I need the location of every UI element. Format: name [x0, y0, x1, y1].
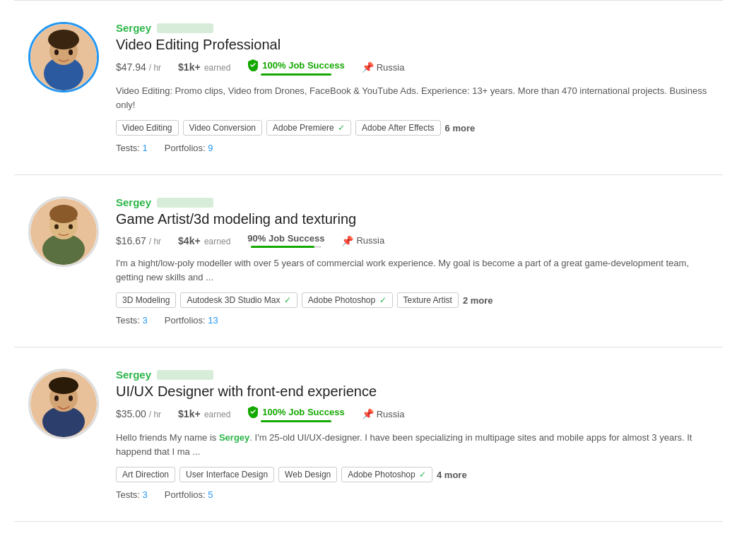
skill-tag[interactable]: Adobe Premiere ✓: [266, 120, 351, 136]
svg-point-15: [49, 377, 78, 394]
svg-point-17: [69, 395, 73, 401]
job-success: 100% Job Success: [247, 405, 344, 418]
job-success-wrapper: 100% Job Success: [247, 405, 344, 422]
freelancer-list: SergeyVideo Editing Professional$47.94 /…: [0, 0, 737, 522]
tests-value[interactable]: 3: [143, 315, 148, 326]
skill-tags: Art DirectionUser Interface DesignWeb De…: [116, 467, 709, 482]
tests-value[interactable]: 3: [143, 489, 148, 500]
footer-line: Tests: 3Portfolios: 13: [116, 315, 709, 326]
pin-icon: 📌: [341, 235, 353, 246]
stats-line: $47.94 / hr$1k+ earned 100% Job Success📌…: [116, 59, 709, 76]
total-earned: $1k+ earned: [178, 408, 230, 419]
freelancer-content: SergeyUI/UX Designer with front-end expe…: [116, 369, 709, 500]
freelancer-card-2[interactable]: SergeyGame Artist/3d modeling and textur…: [14, 175, 723, 347]
job-success: 100% Job Success: [247, 59, 344, 71]
location-name: Russia: [377, 62, 405, 73]
freelancer-description: Hello friends My name is Sergey. I'm 25-…: [116, 431, 709, 458]
more-skills-link[interactable]: 2 more: [463, 295, 493, 306]
skill-tag[interactable]: Adobe After Effects: [355, 120, 441, 136]
freelancer-title[interactable]: UI/UX Designer with front-end experience: [116, 383, 709, 400]
avatar: [28, 369, 99, 439]
avatar: [28, 22, 99, 93]
skill-tag[interactable]: Texture Artist: [397, 292, 459, 308]
svg-point-5: [69, 49, 73, 55]
tests-label: Tests:: [116, 143, 143, 153]
freelancer-name[interactable]: Sergey: [116, 369, 151, 381]
stats-line: $35.00 / hr$1k+ earned 100% Job Success📌…: [116, 405, 709, 422]
portfolios-count: Portfolios: 13: [165, 315, 218, 326]
freelancer-content: SergeyGame Artist/3d modeling and textur…: [116, 196, 709, 326]
verified-check: ✓: [336, 123, 345, 133]
tests-count: Tests: 1: [116, 143, 148, 153]
portfolios-value[interactable]: 13: [208, 315, 218, 326]
location: 📌Russia: [362, 61, 405, 73]
skill-tags: Video EditingVideo ConversionAdobe Premi…: [116, 120, 709, 136]
svg-point-3: [48, 30, 79, 49]
freelancer-content: SergeyVideo Editing Professional$47.94 /…: [116, 22, 709, 153]
job-success: 90% Job Success: [247, 233, 324, 244]
skill-tag[interactable]: 3D Modeling: [116, 292, 176, 308]
footer-line: Tests: 1Portfolios: 9: [116, 143, 709, 153]
name-line: Sergey: [116, 22, 709, 34]
verified-check: ✓: [281, 295, 290, 305]
portfolios-count: Portfolios: 5: [165, 489, 213, 500]
footer-line: Tests: 3Portfolios: 5: [116, 489, 709, 500]
location-name: Russia: [377, 409, 405, 419]
portfolios-label: Portfolios:: [165, 143, 208, 153]
freelancer-name[interactable]: Sergey: [116, 196, 151, 208]
skill-tag[interactable]: Video Conversion: [183, 120, 263, 136]
name-line: Sergey: [116, 196, 709, 208]
tests-label: Tests:: [116, 315, 143, 326]
skill-tag[interactable]: Adobe Photoshop ✓: [302, 292, 393, 308]
portfolios-label: Portfolios:: [165, 315, 208, 326]
job-success-wrapper: 90% Job Success: [247, 233, 324, 248]
tests-count: Tests: 3: [116, 315, 148, 326]
freelancer-description: I'm a hight/low-poly modeller with over …: [116, 256, 709, 284]
portfolios-value[interactable]: 5: [208, 489, 213, 500]
skill-tag[interactable]: Video Editing: [116, 120, 179, 136]
tests-count: Tests: 3: [116, 489, 148, 500]
job-success-progress-bar: [251, 246, 322, 248]
pin-icon: 📌: [362, 408, 374, 419]
stats-line: $16.67 / hr$4k+ earned90% Job Success📌Ru…: [116, 233, 709, 248]
tests-label: Tests:: [116, 489, 143, 500]
name-blurred: [157, 198, 213, 208]
svg-point-4: [54, 49, 59, 55]
name-blurred: [157, 23, 213, 33]
avatar: [28, 196, 99, 267]
freelancer-title[interactable]: Video Editing Professional: [116, 37, 709, 53]
skill-tag[interactable]: Web Design: [278, 467, 337, 482]
tests-value[interactable]: 1: [143, 143, 148, 153]
more-skills-link[interactable]: 4 more: [437, 470, 467, 480]
more-skills-link[interactable]: 6 more: [445, 123, 476, 133]
hourly-rate: $47.94 / hr: [116, 61, 161, 73]
svg-point-11: [69, 225, 73, 230]
total-earned: $4k+ earned: [178, 235, 230, 246]
freelancer-card-1[interactable]: SergeyVideo Editing Professional$47.94 /…: [14, 0, 723, 175]
freelancer-name[interactable]: Sergey: [116, 22, 151, 34]
portfolios-value[interactable]: 9: [208, 143, 213, 153]
location: 📌Russia: [362, 408, 405, 419]
job-success-progress-bar: [261, 420, 331, 422]
hourly-rate: $16.67 / hr: [116, 235, 161, 246]
pin-icon: 📌: [362, 61, 374, 73]
skill-tag[interactable]: Art Direction: [116, 467, 175, 482]
highlight-name: Sergey: [219, 432, 249, 443]
skill-tag[interactable]: Adobe Photoshop ✓: [341, 467, 432, 482]
total-earned: $1k+ earned: [178, 61, 230, 73]
location: 📌Russia: [341, 235, 384, 246]
freelancer-title[interactable]: Game Artist/3d modeling and texturing: [116, 211, 709, 227]
location-name: Russia: [356, 235, 384, 246]
job-success-progress-bar: [261, 73, 331, 76]
svg-point-10: [54, 225, 59, 230]
skill-tag[interactable]: Autodesk 3D Studio Max ✓: [180, 292, 297, 308]
freelancer-card-3[interactable]: SergeyUI/UX Designer with front-end expe…: [14, 347, 723, 522]
freelancer-description: Video Editing: Promo clips, Video from D…: [116, 84, 709, 112]
portfolios-count: Portfolios: 9: [165, 143, 213, 153]
name-line: Sergey: [116, 369, 709, 381]
hourly-rate: $35.00 / hr: [116, 408, 161, 419]
shield-icon: [247, 405, 259, 418]
name-blurred: [157, 370, 213, 380]
svg-point-16: [54, 395, 59, 401]
skill-tag[interactable]: User Interface Design: [179, 467, 274, 482]
